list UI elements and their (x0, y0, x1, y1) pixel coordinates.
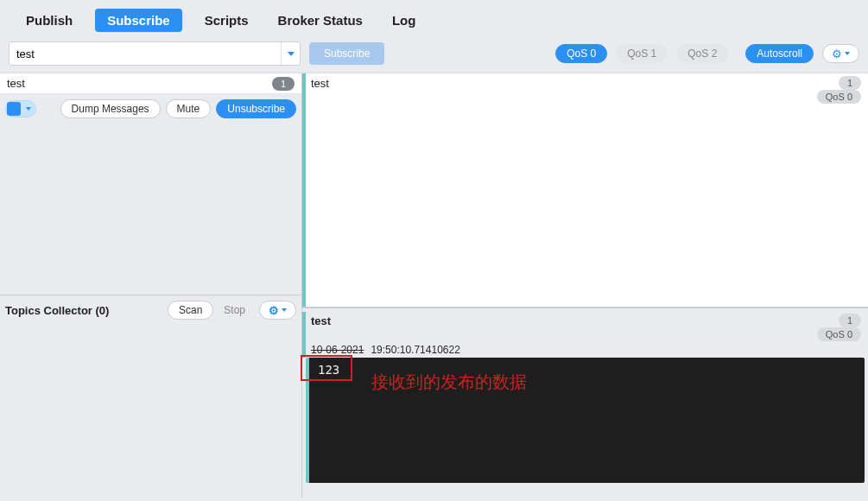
chevron-down-icon (288, 52, 295, 56)
gear-icon (832, 48, 842, 60)
topic-input-wrap (9, 41, 301, 66)
expand-toggle[interactable] (5, 100, 36, 117)
message-qos: QoS 0 (817, 327, 861, 341)
messages-topic-name: test (311, 77, 839, 90)
chevron-down-icon (26, 107, 31, 111)
topics-collector-title: Topics Collector (0) (5, 304, 168, 317)
messages-list-panel: test 1 QoS 0 (302, 73, 868, 307)
subscription-count: 1 (272, 77, 295, 91)
messages-topic-count: 1 (839, 76, 861, 90)
dump-messages-button[interactable]: Dump Messages (60, 99, 161, 118)
subscriptions-panel: test 1 Dump Messages Mute Unsubscribe (0, 73, 301, 295)
topics-collector-body (0, 325, 301, 498)
main-tabs: Publish Subscribe Scripts Broker Status … (0, 0, 868, 35)
autoscroll-button[interactable]: Autoscroll (745, 44, 814, 63)
topics-collector-bar: Topics Collector (0) Scan Stop (0, 295, 301, 325)
topic-dropdown-toggle[interactable] (281, 42, 300, 65)
message-time: 19:50:10.71410622 (371, 344, 459, 356)
collector-settings-button[interactable] (259, 301, 296, 320)
message-count: 1 (839, 314, 861, 327)
qos2-button[interactable]: QoS 2 (676, 44, 728, 63)
topic-input[interactable] (10, 42, 281, 65)
subscribe-button[interactable]: Subscribe (309, 42, 384, 65)
messages-topic-qos: QoS 0 (817, 90, 861, 104)
tab-log[interactable]: Log (385, 8, 423, 33)
tab-scripts[interactable]: Scripts (198, 8, 256, 33)
stop-button[interactable]: Stop (213, 301, 256, 320)
gear-icon (269, 304, 279, 317)
qos1-button[interactable]: QoS 1 (616, 44, 668, 63)
tab-broker-status[interactable]: Broker Status (271, 8, 370, 33)
left-column: test 1 Dump Messages Mute Unsubscribe To… (0, 73, 302, 498)
message-header: test 1 QoS 0 10-06-2021 19:50:10.7141062… (302, 312, 868, 358)
message-meta: 10-06-2021 19:50:10.71410622 (311, 343, 861, 358)
tab-publish[interactable]: Publish (19, 8, 79, 33)
message-payload-text: 123 (318, 363, 339, 377)
tab-subscribe[interactable]: Subscribe (95, 9, 182, 32)
subscription-topic-name: test (7, 76, 272, 91)
subscribe-bar: Subscribe QoS 0 QoS 1 QoS 2 Autoscroll (0, 35, 868, 73)
unsubscribe-button[interactable]: Unsubscribe (216, 99, 296, 118)
main-area: test 1 Dump Messages Mute Unsubscribe To… (0, 73, 868, 498)
message-detail-panel: test 1 QoS 0 10-06-2021 19:50:10.7141062… (302, 308, 868, 498)
chevron-down-icon (282, 308, 287, 312)
right-column: test 1 QoS 0 test 1 QoS 0 10-06-2021 19:… (302, 73, 868, 498)
chevron-down-icon (845, 52, 850, 55)
subscription-row[interactable]: test 1 (0, 73, 301, 94)
message-topic-name: test (311, 314, 839, 327)
qos0-button[interactable]: QoS 0 (555, 44, 607, 63)
subscription-actions: Dump Messages Mute Unsubscribe (0, 94, 301, 124)
settings-button[interactable] (822, 44, 859, 63)
messages-topic-header: test 1 (306, 73, 868, 90)
message-date: 10-06-2021 (311, 344, 364, 356)
message-payload: 123 (306, 358, 865, 483)
scan-button[interactable]: Scan (168, 301, 213, 320)
mute-button[interactable]: Mute (166, 99, 212, 118)
topics-collector-panel: Topics Collector (0) Scan Stop (0, 295, 301, 498)
